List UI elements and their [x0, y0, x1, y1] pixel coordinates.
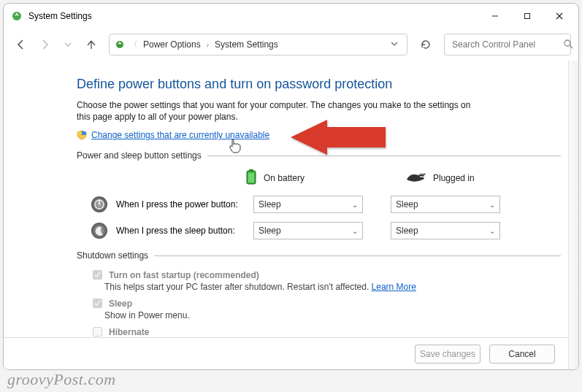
- hibernate-checkbox: [93, 327, 102, 337]
- row-sleep-button: When I press the sleep button: Sleep⌄ Sl…: [90, 221, 561, 240]
- uac-shield-icon: [77, 130, 87, 140]
- battery-icon: [245, 168, 258, 188]
- back-button[interactable]: [11, 34, 31, 55]
- watermark: groovyPost.com: [7, 370, 116, 389]
- maximize-button[interactable]: [511, 6, 543, 26]
- address-dropdown-icon[interactable]: [386, 39, 402, 50]
- row-power-button: When I press the power button: Sleep⌄ Sl…: [90, 195, 561, 214]
- footer: Save changes Cancel: [4, 337, 568, 369]
- save-button[interactable]: Save changes: [415, 345, 480, 364]
- breadcrumb-system-settings[interactable]: System Settings: [210, 39, 283, 50]
- sleep-button-label: When I press the sleep button:: [116, 226, 246, 236]
- recent-dropdown[interactable]: [58, 34, 78, 55]
- cancel-button[interactable]: Cancel: [489, 345, 555, 364]
- chevron-right-icon: ›: [205, 41, 210, 49]
- search-box[interactable]: [444, 34, 571, 55]
- fast-startup-label: Turn on fast startup (recommended): [109, 270, 259, 280]
- sleep-label: Sleep: [109, 299, 132, 309]
- svg-rect-11: [420, 173, 424, 174]
- power-button-icon: [90, 195, 109, 214]
- content-pane: Define power buttons and turn on passwor…: [4, 61, 578, 369]
- svg-point-6: [564, 40, 570, 46]
- address-icon: [114, 39, 126, 50]
- svg-rect-2: [525, 14, 530, 19]
- window-title: System Settings: [28, 11, 479, 21]
- power-button-label: When I press the power button:: [116, 199, 246, 210]
- learn-more-link[interactable]: Learn More: [372, 282, 416, 292]
- plug-icon: [405, 171, 427, 185]
- section-power-sleep-label: Power and sleep button settings: [77, 150, 202, 161]
- fast-startup-sub: This helps start your PC faster after sh…: [104, 282, 369, 292]
- chevron-down-icon: ⌄: [352, 201, 358, 209]
- svg-rect-12: [420, 176, 424, 177]
- refresh-button[interactable]: [415, 34, 437, 55]
- svg-line-7: [570, 45, 573, 48]
- sleep-button-icon: [90, 221, 109, 240]
- forward-button[interactable]: [34, 34, 55, 55]
- power-button-battery-select[interactable]: Sleep⌄: [253, 196, 363, 213]
- sleep-button-plugged-select[interactable]: Sleep⌄: [391, 222, 500, 239]
- search-icon: [563, 39, 573, 51]
- chk-sleep: Sleep Show in Power menu.: [90, 296, 561, 320]
- minimize-button[interactable]: [479, 6, 511, 26]
- page-heading: Define power buttons and turn on passwor…: [77, 77, 561, 92]
- window: System Settings 〈 Power Option: [3, 3, 579, 370]
- power-button-plugged-select[interactable]: Sleep⌄: [391, 196, 500, 213]
- plugged-in-label: Plugged in: [433, 173, 475, 183]
- navbar: 〈 Power Options › System Settings: [4, 28, 578, 61]
- chk-fast-startup: Turn on fast startup (recommended) This …: [90, 268, 561, 292]
- vertical-scrollbar[interactable]: [568, 61, 578, 369]
- address-bar[interactable]: 〈 Power Options › System Settings: [109, 34, 407, 55]
- divider: [154, 255, 561, 256]
- page-description: Choose the power settings that you want …: [77, 99, 486, 123]
- chevron-down-icon: ⌄: [489, 227, 495, 235]
- up-button[interactable]: [81, 34, 102, 55]
- sleep-sub: Show in Power menu.: [104, 310, 561, 320]
- chevron-right-icon: 〈: [129, 39, 139, 50]
- svg-rect-10: [248, 173, 254, 182]
- sleep-checkbox: [93, 299, 102, 308]
- divider: [207, 155, 561, 156]
- close-button[interactable]: [543, 6, 575, 26]
- section-shutdown-label: Shutdown settings: [77, 250, 148, 261]
- chevron-down-icon: ⌄: [352, 227, 358, 235]
- breadcrumb-power-options[interactable]: Power Options: [139, 39, 205, 50]
- hibernate-label: Hibernate: [109, 327, 149, 337]
- app-icon: [11, 10, 23, 22]
- on-battery-label: On battery: [264, 173, 305, 183]
- fast-startup-checkbox: [93, 270, 102, 280]
- titlebar: System Settings: [4, 4, 578, 28]
- search-input[interactable]: [451, 39, 563, 50]
- sleep-button-battery-select[interactable]: Sleep⌄: [253, 222, 363, 239]
- chevron-down-icon: ⌄: [489, 201, 495, 209]
- change-settings-link[interactable]: Change settings that are currently unava…: [91, 130, 269, 140]
